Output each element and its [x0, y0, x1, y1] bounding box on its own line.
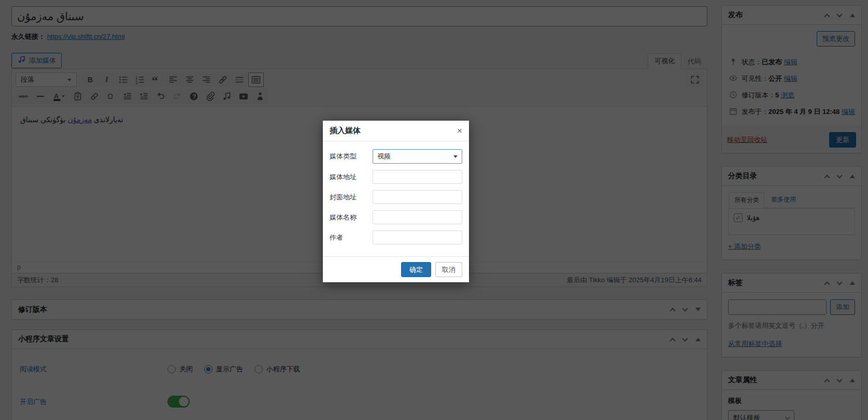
chevron-down-icon	[453, 155, 458, 158]
media-url-label: 媒体地址	[330, 172, 373, 182]
insert-media-modal: 插入媒体 × 媒体类型 视频 媒体地址 封面地址 媒体名称	[323, 121, 469, 282]
modal-header: 插入媒体 ×	[323, 121, 469, 141]
media-type-select[interactable]: 视频	[373, 149, 462, 164]
confirm-button[interactable]: 确定	[401, 262, 431, 277]
modal-body: 媒体类型 视频 媒体地址 封面地址 媒体名称 作者	[323, 141, 469, 252]
media-name-row: 媒体名称	[330, 210, 462, 224]
cover-url-input[interactable]	[373, 190, 462, 204]
cover-url-label: 封面地址	[330, 193, 373, 202]
author-input[interactable]	[373, 230, 462, 244]
wordpress-editor-screen: 永久链接： https://vip.shiftt.cn/27.html 添加媒体…	[0, 0, 868, 420]
cancel-button[interactable]: 取消	[435, 262, 462, 277]
cover-url-row: 封面地址	[330, 190, 462, 204]
media-type-value: 视频	[377, 152, 391, 161]
close-icon[interactable]: ×	[457, 126, 462, 135]
media-type-row: 媒体类型 视频	[330, 149, 462, 164]
media-name-label: 媒体名称	[330, 213, 373, 222]
author-label: 作者	[330, 233, 373, 242]
media-name-input[interactable]	[373, 210, 462, 224]
modal-footer: 确定 取消	[323, 256, 469, 282]
media-url-row: 媒体地址	[330, 170, 462, 184]
media-type-label: 媒体类型	[330, 152, 373, 161]
media-url-input[interactable]	[373, 170, 462, 184]
author-row: 作者	[330, 230, 462, 244]
modal-title: 插入媒体	[330, 126, 361, 136]
